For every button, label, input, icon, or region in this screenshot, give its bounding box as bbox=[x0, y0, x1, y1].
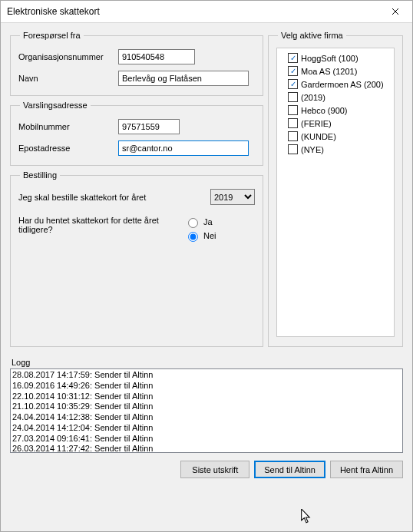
firma-item-label: (2019) bbox=[301, 93, 325, 102]
bestilling-legend: Bestilling bbox=[20, 170, 60, 180]
firma-item-label: Gardermoen AS (200) bbox=[301, 80, 384, 89]
firma-tree[interactable]: HoggSoft (100)Moa AS (1201)Gardermoen AS… bbox=[276, 48, 395, 337]
checkbox-icon[interactable] bbox=[288, 79, 298, 89]
orgnr-input[interactable] bbox=[118, 49, 195, 64]
foresporsel-group: Forespørsel fra Organisasjonsnummer Navn bbox=[10, 31, 263, 96]
epost-input[interactable] bbox=[118, 140, 249, 156]
close-button[interactable] bbox=[378, 1, 412, 22]
firma-item-label: HoggSoft (100) bbox=[301, 54, 358, 63]
varsling-group: Varslingsadresse Mobilnummer Epostadress… bbox=[10, 101, 263, 166]
mobil-label: Mobilnummer bbox=[18, 122, 118, 131]
logg-line: 24.04.2014 14:12:38: Sender til Altinn bbox=[12, 412, 401, 423]
window: Elektroniske skattekort Forespørsel fra … bbox=[0, 0, 413, 532]
navn-label: Navn bbox=[18, 74, 118, 83]
firma-item[interactable]: (NYE) bbox=[280, 143, 391, 156]
button-row: Siste utskrift Send til Altinn Hent fra … bbox=[10, 461, 403, 478]
firma-item[interactable]: Gardermoen AS (200) bbox=[280, 78, 391, 91]
checkbox-icon[interactable] bbox=[288, 144, 298, 154]
logg-line: 27.03.2014 09:16:41: Sender til Altinn bbox=[12, 434, 401, 444]
top-grid: Forespørsel fra Organisasjonsnummer Navn… bbox=[10, 31, 403, 352]
firma-item-label: (NYE) bbox=[301, 145, 324, 154]
hent-fra-altinn-button[interactable]: Hent fra Altinn bbox=[330, 461, 403, 478]
logg-label: Logg bbox=[12, 358, 403, 367]
bestilling-prev-label: Har du hentet skattekort for dette året … bbox=[18, 216, 184, 242]
firma-item[interactable]: (KUNDE) bbox=[280, 130, 391, 143]
client-area: Forespørsel fra Organisasjonsnummer Navn… bbox=[1, 23, 412, 531]
firma-group: Velg aktive firma HoggSoft (100)Moa AS (… bbox=[268, 31, 403, 347]
radio-nei-label: Nei bbox=[203, 231, 216, 240]
firma-item-label: (FERIE) bbox=[301, 119, 332, 128]
logg-box[interactable]: 28.08.2017 14:17:59: Sender til Altinn16… bbox=[10, 368, 403, 453]
radio-nei-input[interactable] bbox=[188, 232, 198, 242]
radio-nei[interactable]: Nei bbox=[184, 230, 216, 242]
checkbox-icon[interactable] bbox=[288, 131, 298, 141]
checkbox-icon[interactable] bbox=[288, 105, 298, 115]
send-til-altinn-button[interactable]: Send til Altinn bbox=[254, 461, 325, 478]
titlebar: Elektroniske skattekort bbox=[1, 1, 412, 23]
firma-item[interactable]: HoggSoft (100) bbox=[280, 51, 391, 64]
firma-item[interactable]: (2019) bbox=[280, 91, 391, 104]
varsling-legend: Varslingsadresse bbox=[20, 101, 91, 110]
year-select[interactable]: 2019 bbox=[210, 189, 255, 205]
checkbox-icon[interactable] bbox=[288, 66, 298, 76]
logg-line: 21.10.2014 10:35:29: Sender til Altinn bbox=[12, 401, 401, 412]
logg-line: 22.10.2014 10:31:12: Sender til Altinn bbox=[12, 392, 401, 402]
firma-item-label: Moa AS (1201) bbox=[301, 67, 357, 76]
logg-line: 16.09.2016 14:49:26: Sender til Altinn bbox=[12, 381, 401, 392]
firma-item[interactable]: (FERIE) bbox=[280, 117, 391, 130]
logg-line: 26.03.2014 11:27:42: Sender til Altinn bbox=[12, 444, 401, 453]
firma-item-label: Hebco (900) bbox=[301, 106, 348, 115]
siste-utskrift-button[interactable]: Siste utskrift bbox=[180, 461, 249, 478]
radio-ja-input[interactable] bbox=[188, 218, 198, 228]
firma-item[interactable]: Moa AS (1201) bbox=[280, 64, 391, 78]
checkbox-icon[interactable] bbox=[288, 53, 298, 63]
foresporsel-legend: Forespørsel fra bbox=[20, 31, 84, 40]
checkbox-icon[interactable] bbox=[288, 118, 298, 128]
prev-radio-group: Ja Nei bbox=[184, 216, 216, 242]
orgnr-label: Organisasjonsnummer bbox=[18, 52, 118, 61]
left-column: Forespørsel fra Organisasjonsnummer Navn… bbox=[10, 31, 263, 352]
logg-line: 28.08.2017 14:17:59: Sender til Altinn bbox=[12, 370, 401, 381]
close-icon bbox=[392, 8, 399, 15]
firma-legend: Velg aktive firma bbox=[278, 31, 346, 40]
firma-item-label: (KUNDE) bbox=[301, 132, 336, 141]
radio-ja-label: Ja bbox=[203, 217, 213, 226]
navn-input[interactable] bbox=[118, 71, 249, 86]
bestilling-year-label: Jeg skal bestille skattekort for året bbox=[18, 193, 146, 202]
epost-label: Epostadresse bbox=[18, 144, 118, 153]
logg-line: 24.04.2014 14:12:04: Sender til Altinn bbox=[12, 423, 401, 434]
radio-ja[interactable]: Ja bbox=[184, 216, 216, 228]
checkbox-icon[interactable] bbox=[288, 92, 298, 102]
bestilling-group: Bestilling Jeg skal bestille skattekort … bbox=[10, 170, 263, 347]
logg-section: Logg 28.08.2017 14:17:59: Sender til Alt… bbox=[10, 358, 403, 453]
right-column: Velg aktive firma HoggSoft (100)Moa AS (… bbox=[268, 31, 403, 352]
mobil-input[interactable] bbox=[118, 119, 180, 134]
firma-item[interactable]: Hebco (900) bbox=[280, 104, 391, 117]
window-title: Elektroniske skattekort bbox=[7, 6, 378, 17]
